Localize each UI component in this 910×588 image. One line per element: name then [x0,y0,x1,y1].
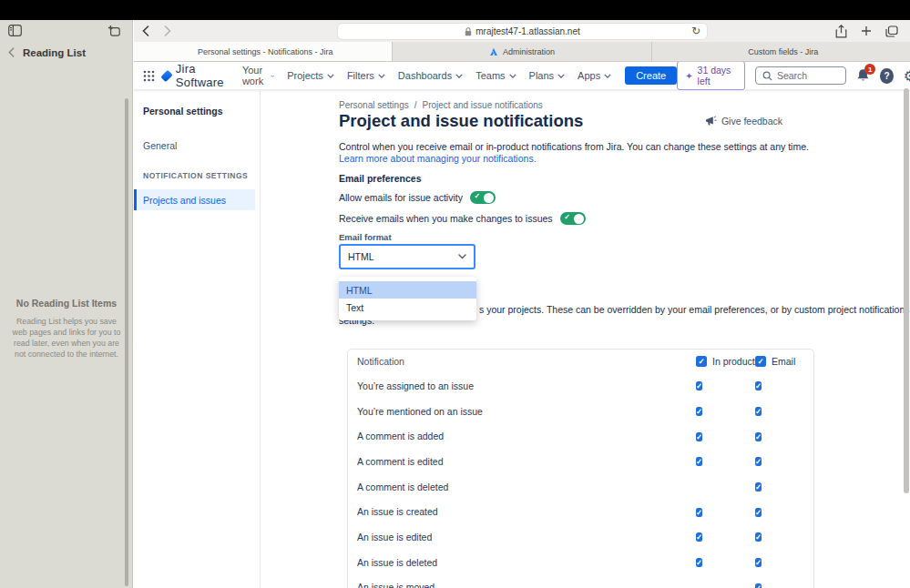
empty-state-text: Reading List helps you save web pages an… [9,317,124,360]
tab-label: Custom fields - Jira [748,47,818,56]
trial-button[interactable]: ✦ 31 days left [677,62,745,90]
new-tab-group-icon[interactable] [107,25,120,36]
table-row: An issue is deleted✓✓ [348,550,813,575]
nav-apps[interactable]: Apps [578,70,611,81]
email-format-select[interactable]: HTML [339,244,475,269]
learn-more-link[interactable]: Learn more about managing your notificat… [339,153,537,164]
help-button[interactable]: ? [880,68,893,84]
reload-icon[interactable]: ↻ [691,25,700,37]
tab-administration[interactable]: Administration [393,42,651,61]
email-preferences-heading: Email preferences [339,173,421,184]
sidebar-scrollbar[interactable] [125,98,128,586]
search-input[interactable]: Search [755,66,846,85]
chevron-down-icon [455,74,463,78]
dropdown-option-text[interactable]: Text [339,299,476,316]
create-button[interactable]: Create [625,66,677,85]
sidebar-item-general[interactable]: General [134,140,260,151]
email-format-dropdown: HTML Text [339,277,476,320]
chevron-down-icon [604,74,611,78]
toggle-row-own-changes: Receive emails when you make changes to … [339,212,586,225]
toggle-row-issue-activity: Allow emails for issue activity ✓ [339,191,496,204]
nav-plans[interactable]: Plans [529,70,566,81]
table-row: A comment is edited✓✓ [348,449,813,474]
search-placeholder: Search [777,70,807,81]
email-checkbox[interactable]: ✓ [755,432,762,441]
jira-logo-icon [160,69,172,81]
in-product-checkbox[interactable]: ✓ [696,432,702,441]
nav-dashboards[interactable]: Dashboards [398,70,463,81]
in-product-checkbox[interactable]: ✓ [696,558,702,567]
in-product-header-checkbox[interactable]: ✓ [696,356,707,367]
lock-icon [465,27,472,36]
notification-row-label: An issue is moved [348,582,696,588]
email-checkbox[interactable]: ✓ [755,583,762,588]
tab-personal-settings[interactable]: Personal settings - Notifications - Jira [134,42,393,61]
page-title: Project and issue notifications [339,111,583,131]
notification-badge: 1 [864,64,875,75]
reading-list-title: Reading List [23,47,86,58]
own-changes-toggle[interactable]: ✓ [560,212,586,225]
email-checkbox[interactable]: ✓ [755,407,762,416]
email-checkbox[interactable]: ✓ [755,381,762,390]
notification-row-label: An issue is deleted [348,557,696,568]
email-checkbox[interactable]: ✓ [755,457,762,466]
tab-label: Administration [503,47,555,56]
notification-row-label: You’re mentioned on an issue [348,406,696,417]
app-switcher-icon[interactable] [143,70,155,82]
notifications-button[interactable]: 1 [856,68,870,83]
tab-custom-fields[interactable]: Custom fields - Jira [652,42,910,61]
chevron-down-icon [458,254,466,259]
share-icon[interactable] [835,25,847,38]
email-header-checkbox[interactable]: ✓ [755,356,766,367]
nav-your-work[interactable]: Your work [242,65,274,86]
issue-activity-toggle[interactable]: ✓ [470,191,496,204]
table-row: An issue is moved✓ [348,575,813,588]
sidebar-item-projects-and-issues[interactable]: Projects and issues [134,189,255,210]
new-tab-icon[interactable] [861,25,872,36]
back-button-icon[interactable] [142,25,149,36]
sparkle-icon: ✦ [685,71,692,81]
notification-row-label: A comment is deleted [348,482,696,492]
forward-button-icon[interactable] [164,25,171,36]
give-feedback-button[interactable]: Give feedback [705,116,782,127]
jira-nav: Your workProjectsFiltersDashboardsTeamsP… [242,65,611,86]
jira-page: Jira Software Your workProjectsFiltersDa… [134,62,910,588]
notification-row-label: An issue is edited [348,532,696,542]
jira-logo[interactable]: Jira Software [163,62,227,89]
page-content: Personal settings General NOTIFICATION S… [134,91,910,588]
email-checkbox[interactable]: ✓ [755,508,762,517]
settings-gear-icon[interactable]: ⚙ [904,68,910,84]
back-chevron-icon[interactable] [8,47,15,57]
breadcrumb-personal-settings[interactable]: Personal settings [339,100,409,110]
reading-list-empty-state: No Reading List Items Reading List helps… [0,298,133,360]
breadcrumb-current[interactable]: Project and issue notifications [423,100,543,110]
table-row: You’re assigned to an issue✓✓ [348,373,813,399]
table-row: You’re mentioned on an issue✓✓ [348,399,813,424]
browser-toolbar: mrajtest47-1.atlassian.net ↻ [134,20,910,42]
page-scrollbar[interactable] [904,88,909,493]
notification-table-header: Notification ✓ In product ✓ Email [348,350,813,373]
in-product-checkbox[interactable]: ✓ [696,457,702,466]
toggle-label: Allow emails for issue activity [339,192,463,203]
breadcrumb: Personal settings / Project and issue no… [339,100,543,110]
give-feedback-label: Give feedback [721,116,782,127]
tab-overview-icon[interactable] [885,25,898,37]
email-checkbox[interactable]: ✓ [755,532,762,542]
in-product-checkbox[interactable]: ✓ [696,532,702,542]
nav-projects[interactable]: Projects [287,70,334,81]
sidebar-toggle-icon[interactable] [8,25,22,36]
nav-teams[interactable]: Teams [475,70,516,81]
jira-top-nav: Jira Software Your workProjectsFiltersDa… [134,62,910,90]
address-bar[interactable]: mrajtest47-1.atlassian.net ↻ [337,23,708,40]
email-checkbox[interactable]: ✓ [755,482,762,492]
in-product-checkbox[interactable]: ✓ [696,508,702,517]
in-product-checkbox[interactable]: ✓ [696,381,702,390]
overridden-text-line1: s your projects. These can be overridden… [479,304,910,315]
dropdown-option-html[interactable]: HTML [339,281,476,299]
notification-row-label: A comment is edited [348,456,696,467]
chevron-down-icon [557,74,565,78]
in-product-checkbox[interactable]: ✓ [696,407,702,416]
email-checkbox[interactable]: ✓ [755,558,762,567]
table-row: A comment is added✓✓ [348,423,813,449]
nav-filters[interactable]: Filters [347,70,385,81]
